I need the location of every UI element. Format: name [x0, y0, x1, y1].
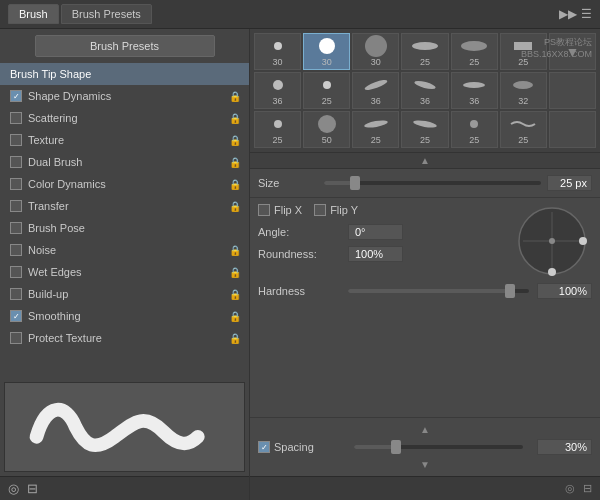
main-container: Brush Brush Presets ▶▶ ☰ Brush Presets B… — [0, 0, 600, 500]
option-wet-edges[interactable]: Wet Edges 🔒 — [0, 261, 249, 283]
flip-y-checkbox[interactable] — [314, 204, 326, 216]
preset-1[interactable]: 30 — [254, 33, 301, 70]
flip-x-group: Flip X — [258, 204, 302, 216]
right-panel-wrapper: PS教程论坛 BBS.16XX8.COM 30 — [250, 29, 600, 500]
options-list: Brush Tip Shape Shape Dynamics 🔒 Scatter… — [0, 63, 249, 378]
reset-icon[interactable]: ◎ — [565, 482, 575, 495]
svg-point-15 — [413, 119, 438, 129]
compass-dial[interactable] — [512, 204, 592, 279]
svg-point-12 — [274, 120, 282, 128]
size-slider[interactable] — [324, 181, 541, 185]
preset-2[interactable]: 30 — [303, 33, 350, 70]
preset-11[interactable]: 36 — [451, 72, 498, 109]
checkbox-transfer[interactable] — [10, 200, 22, 212]
checkbox-shape-dynamics[interactable] — [10, 90, 22, 102]
brush-presets-button[interactable]: Brush Presets — [35, 35, 215, 57]
spacing-checkbox[interactable] — [258, 441, 270, 453]
checkbox-protect-texture[interactable] — [10, 332, 22, 344]
checkbox-color-dynamics[interactable] — [10, 178, 22, 190]
option-color-dynamics[interactable]: Color Dynamics 🔒 — [0, 173, 249, 195]
preset-13[interactable]: 25 — [254, 111, 301, 148]
checkbox-build-up[interactable] — [10, 288, 22, 300]
option-dual-brush[interactable]: Dual Brush 🔒 — [0, 151, 249, 173]
option-build-up[interactable]: Build-up 🔒 — [0, 283, 249, 305]
roundness-label: Roundness: — [258, 248, 348, 260]
spacing-slider-thumb[interactable] — [391, 440, 401, 454]
checkbox-brush-pose[interactable] — [10, 222, 22, 234]
option-smoothing[interactable]: Smoothing 🔒 — [0, 305, 249, 327]
size-row: Size 25 px — [250, 169, 600, 198]
preset-8[interactable]: 25 — [303, 72, 350, 109]
checkbox-noise[interactable] — [10, 244, 22, 256]
spacing-down-arrow: ▼ — [258, 459, 592, 470]
checkbox-dual-brush[interactable] — [10, 156, 22, 168]
presets-scroll-arrows: ▲ — [250, 153, 600, 169]
angle-label: Angle: — [258, 226, 348, 238]
option-transfer[interactable]: Transfer 🔒 — [0, 195, 249, 217]
tab-brush[interactable]: Brush — [8, 4, 59, 24]
spacing-slider-fill — [354, 445, 396, 449]
hardness-slider[interactable] — [348, 289, 529, 293]
hardness-value: 100% — [537, 283, 592, 299]
controls-with-dial: Flip X Flip Y Angle: — [258, 204, 592, 279]
flip-y-group: Flip Y — [314, 204, 358, 216]
checkbox-smoothing[interactable] — [10, 310, 22, 322]
option-shape-dynamics[interactable]: Shape Dynamics 🔒 — [0, 85, 249, 107]
flip-x-checkbox[interactable] — [258, 204, 270, 216]
lock-smoothing: 🔒 — [229, 311, 241, 322]
tab-brush-presets[interactable]: Brush Presets — [61, 4, 152, 24]
size-value: 25 px — [547, 175, 592, 191]
scroll-up-icon[interactable]: ▲ — [420, 155, 430, 166]
preset-18[interactable]: 25 — [500, 111, 547, 148]
trash-icon[interactable]: ⊟ — [583, 482, 592, 495]
flip-y-label: Flip Y — [330, 204, 358, 216]
svg-point-7 — [323, 81, 331, 89]
size-slider-thumb[interactable] — [350, 176, 360, 190]
option-texture[interactable]: Texture 🔒 — [0, 129, 249, 151]
spacing-down-icon[interactable]: ▼ — [420, 459, 430, 470]
preset-10[interactable]: 36 — [401, 72, 448, 109]
checkbox-wet-edges[interactable] — [10, 266, 22, 278]
spacing-value: 30% — [537, 439, 592, 455]
hardness-slider-thumb[interactable] — [505, 284, 515, 298]
checkbox-texture[interactable] — [10, 134, 22, 146]
hardness-row: Hardness 100% — [258, 283, 592, 299]
watermark: PS教程论坛 BBS.16XX8.COM — [521, 37, 592, 60]
preset-17[interactable]: 25 — [451, 111, 498, 148]
option-protect-texture[interactable]: Protect Texture 🔒 — [0, 327, 249, 349]
preset-3[interactable]: 30 — [352, 33, 399, 70]
checkbox-scattering[interactable] — [10, 112, 22, 124]
angle-input[interactable] — [348, 224, 403, 240]
preset-5[interactable]: 25 — [451, 33, 498, 70]
svg-point-10 — [463, 82, 485, 88]
option-brush-pose[interactable]: Brush Pose — [0, 217, 249, 239]
lock-build-up: 🔒 — [229, 289, 241, 300]
preset-7[interactable]: 36 — [254, 72, 301, 109]
roundness-input[interactable] — [348, 246, 403, 262]
option-brush-tip-shape[interactable]: Brush Tip Shape — [0, 63, 249, 85]
lock-protect-texture: 🔒 — [229, 333, 241, 344]
svg-point-13 — [318, 115, 336, 133]
settings-icon[interactable]: ◎ — [8, 481, 19, 496]
spacing-slider[interactable] — [354, 445, 523, 449]
lock-dual-brush: 🔒 — [229, 157, 241, 168]
preset-12[interactable]: 32 — [500, 72, 547, 109]
preset-4[interactable]: 25 — [401, 33, 448, 70]
preset-14[interactable]: 50 — [303, 111, 350, 148]
delete-icon[interactable]: ⊟ — [27, 481, 38, 496]
preset-15[interactable]: 25 — [352, 111, 399, 148]
top-bar: Brush Brush Presets ▶▶ ☰ — [0, 0, 600, 29]
option-scattering[interactable]: Scattering 🔒 — [0, 107, 249, 129]
option-noise[interactable]: Noise 🔒 — [0, 239, 249, 261]
svg-point-1 — [319, 38, 335, 54]
preset-16[interactable]: 25 — [401, 111, 448, 148]
preset-9[interactable]: 36 — [352, 72, 399, 109]
svg-point-20 — [549, 238, 555, 244]
spacing-up-icon[interactable]: ▲ — [420, 424, 430, 435]
flip-row: Flip X Flip Y — [258, 204, 504, 216]
expand-icon[interactable]: ▶▶ — [559, 7, 577, 21]
menu-icon[interactable]: ☰ — [581, 7, 592, 21]
left-panel: Brush Presets Brush Tip Shape Shape Dyna… — [0, 29, 250, 500]
svg-point-14 — [364, 119, 389, 129]
brush-preview — [4, 382, 245, 472]
